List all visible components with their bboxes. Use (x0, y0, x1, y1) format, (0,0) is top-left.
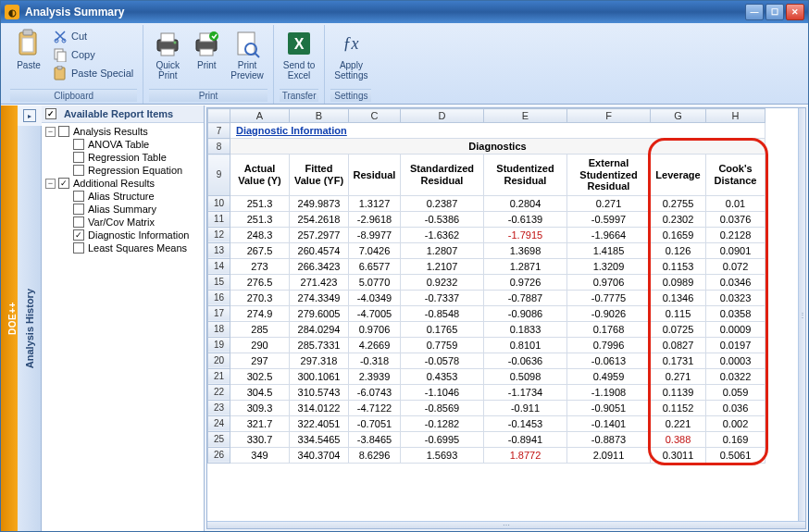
data-cell[interactable]: 297 (230, 353, 290, 368)
data-cell[interactable]: -2.9618 (349, 211, 401, 227)
data-cell[interactable]: 0.1153 (651, 258, 706, 274)
data-cell[interactable]: 322.4051 (290, 415, 349, 431)
data-cell[interactable]: 260.4574 (290, 242, 349, 258)
maximize-button[interactable]: ☐ (765, 4, 784, 20)
tree-checkbox[interactable] (73, 204, 84, 215)
data-cell[interactable]: 0.126 (651, 242, 706, 258)
data-cell[interactable]: -1.1734 (484, 384, 567, 400)
data-cell[interactable]: -4.7122 (349, 400, 401, 415)
data-cell[interactable]: -0.0578 (401, 353, 484, 368)
column-header[interactable]: C (349, 109, 401, 123)
data-cell[interactable]: 0.0989 (651, 274, 706, 290)
data-cell[interactable]: 1.3698 (484, 242, 567, 258)
column-header[interactable]: B (290, 109, 349, 123)
row-header[interactable]: 11 (208, 211, 230, 227)
data-cell[interactable]: 0.0725 (651, 321, 706, 337)
column-header[interactable]: H (706, 109, 765, 123)
column-header[interactable]: E (484, 109, 567, 123)
data-cell[interactable]: 274.3349 (290, 290, 349, 305)
data-cell[interactable]: -0.318 (349, 353, 401, 368)
row-header[interactable]: 25 (208, 431, 230, 447)
data-cell[interactable]: 0.0323 (706, 290, 765, 305)
data-cell[interactable]: 310.5743 (290, 384, 349, 400)
print-button[interactable]: Print (188, 27, 225, 72)
data-cell[interactable]: 0.271 (651, 368, 706, 384)
data-cell[interactable]: 284.0294 (290, 321, 349, 337)
data-cell[interactable]: -0.7337 (401, 290, 484, 305)
data-cell[interactable]: 249.9873 (290, 195, 349, 211)
data-cell[interactable]: -0.1282 (401, 415, 484, 431)
tree-checkbox[interactable] (73, 152, 84, 163)
data-cell[interactable]: 0.2755 (651, 195, 706, 211)
tree-checkbox[interactable] (73, 229, 84, 241)
data-cell[interactable]: 0.9706 (349, 321, 401, 337)
row-header[interactable]: 26 (208, 447, 230, 463)
data-cell[interactable]: 0.1765 (401, 321, 484, 337)
data-cell[interactable]: 0.9232 (401, 274, 484, 290)
data-cell[interactable]: 0.4353 (401, 368, 484, 384)
tree-checkbox[interactable] (58, 126, 69, 137)
cut-button[interactable]: Cut (49, 27, 137, 45)
data-cell[interactable]: 0.5098 (484, 368, 567, 384)
data-cell[interactable]: 0.1139 (651, 384, 706, 400)
paste-special-button[interactable]: Paste Special (49, 64, 137, 82)
tree-checkbox[interactable] (73, 217, 84, 228)
grid-scroll[interactable]: ABCDEFGH7Diagnostic Information8Diagnost… (207, 108, 805, 521)
data-cell[interactable]: 0.072 (706, 258, 765, 274)
data-cell[interactable]: 248.3 (230, 227, 290, 242)
row-header[interactable]: 15 (208, 274, 230, 290)
history-toggle[interactable]: ▸ (23, 109, 36, 122)
data-cell[interactable]: -8.9977 (349, 227, 401, 242)
data-cell[interactable]: 266.3423 (290, 258, 349, 274)
history-strip[interactable]: Analysis History (18, 126, 42, 531)
close-button[interactable]: ✕ (786, 4, 804, 20)
grid-corner[interactable] (208, 109, 230, 123)
copy-button[interactable]: Copy (49, 45, 137, 64)
row-header[interactable]: 17 (208, 305, 230, 321)
data-cell[interactable]: 4.2669 (349, 337, 401, 353)
data-cell[interactable]: 349 (230, 447, 290, 463)
data-cell[interactable]: 5.0770 (349, 274, 401, 290)
row-header[interactable]: 9 (208, 155, 230, 196)
data-cell[interactable]: 276.5 (230, 274, 290, 290)
data-cell[interactable]: -1.1908 (567, 384, 651, 400)
row-header[interactable]: 16 (208, 290, 230, 305)
row-header[interactable]: 8 (208, 139, 230, 155)
data-cell[interactable]: -0.8941 (484, 431, 567, 447)
quick-print-button[interactable]: Quick Print (149, 27, 186, 82)
data-cell[interactable]: -0.911 (484, 400, 567, 415)
data-cell[interactable]: -4.7005 (349, 305, 401, 321)
tree-checkbox[interactable] (58, 178, 69, 189)
data-cell[interactable]: 251.3 (230, 211, 290, 227)
data-cell[interactable]: -0.8569 (401, 400, 484, 415)
data-cell[interactable]: -0.8873 (567, 431, 651, 447)
data-cell[interactable]: -0.7887 (484, 290, 567, 305)
vertical-splitter[interactable]: ⋮ (798, 108, 805, 521)
tree-item[interactable]: ANOVA Table (42, 138, 204, 151)
column-header[interactable]: D (401, 109, 484, 123)
data-cell[interactable]: 267.5 (230, 242, 290, 258)
data-cell[interactable]: 0.221 (651, 415, 706, 431)
data-cell[interactable]: 300.1061 (290, 368, 349, 384)
data-cell[interactable]: -0.9086 (484, 305, 567, 321)
data-cell[interactable]: -0.6139 (484, 211, 567, 227)
data-cell[interactable]: 1.2107 (401, 258, 484, 274)
tree-item[interactable]: Least Squares Means (42, 241, 204, 254)
row-header[interactable]: 23 (208, 400, 230, 415)
data-cell[interactable]: 321.7 (230, 415, 290, 431)
row-header[interactable]: 20 (208, 353, 230, 368)
data-cell[interactable]: 0.8101 (484, 337, 567, 353)
data-cell[interactable]: 0.9726 (484, 274, 567, 290)
data-cell[interactable]: 0.01 (706, 195, 765, 211)
send-to-excel-button[interactable]: X Send to Excel (280, 27, 318, 82)
row-header[interactable]: 10 (208, 195, 230, 211)
data-cell[interactable]: -0.5997 (567, 211, 651, 227)
data-cell[interactable]: 0.7996 (567, 337, 651, 353)
data-cell[interactable]: 0.0901 (706, 242, 765, 258)
row-header[interactable]: 18 (208, 321, 230, 337)
tree-root-check[interactable] (45, 108, 56, 119)
data-cell[interactable]: 1.4185 (567, 242, 651, 258)
data-cell[interactable]: 0.1833 (484, 321, 567, 337)
horizontal-splitter[interactable]: ⋯ (207, 521, 805, 528)
tree-item[interactable]: Alias Summary (42, 203, 204, 216)
